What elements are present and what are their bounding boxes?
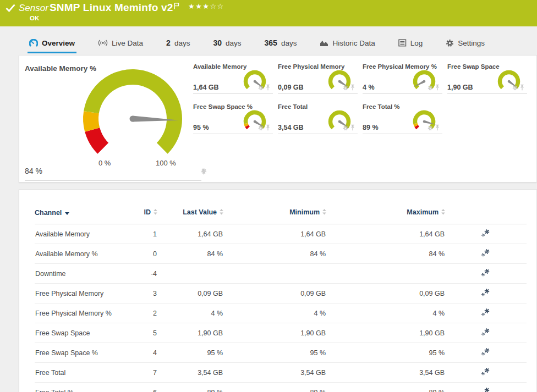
small-gauge-cell: Free Physical Memory %4 % [363, 63, 442, 94]
tab-label: Overview [42, 39, 75, 47]
channel-name[interactable]: Available Memory [35, 224, 123, 244]
gear-icon[interactable] [428, 123, 433, 133]
gauge-scale-min: 0 % [98, 159, 111, 167]
channel-settings-icon[interactable] [481, 308, 491, 318]
flag-icon[interactable] [174, 2, 179, 12]
pin-icon[interactable] [435, 123, 440, 133]
channel-row[interactable]: Free Physical Memory %24 %4 %4 % [35, 303, 527, 323]
main-gauge [50, 56, 215, 165]
gauge-value: 1,90 GB [447, 84, 473, 91]
channel-name[interactable]: Free Total [35, 363, 123, 383]
signal-icon [98, 39, 108, 47]
channel-maximum: 3,54 GB [326, 363, 445, 383]
pin-icon[interactable] [435, 83, 440, 93]
gauge-value: 4 % [363, 84, 375, 91]
tab-live-data[interactable]: Live Data [96, 34, 145, 53]
channel-minimum [223, 264, 326, 284]
gauge-label: Free Total [278, 103, 308, 110]
tab-log[interactable]: Log [397, 34, 425, 53]
channel-last-value: 4 % [157, 303, 223, 323]
tab-30-days[interactable]: 30days [211, 34, 243, 53]
channel-settings-icon[interactable] [481, 328, 491, 338]
gauge-label: Available Memory [193, 63, 246, 70]
tab-settings[interactable]: Settings [444, 34, 486, 53]
tab-label: Settings [458, 39, 485, 47]
small-gauge-cell: Free Physical Memory0,09 GB [278, 63, 358, 94]
channel-name[interactable]: Free Swap Space % [35, 343, 123, 363]
tab-number: 2 [166, 38, 171, 47]
channel-name[interactable]: Free Swap Space [35, 323, 123, 343]
channel-maximum: 95 % [326, 343, 445, 363]
small-gauge-cell: Available Memory1,64 GB [193, 63, 273, 94]
gear-icon[interactable] [512, 83, 518, 93]
channels-table: Channel ID Last Value Minimum Maximum Av… [35, 208, 527, 392]
pin-icon[interactable] [350, 123, 355, 133]
channel-row[interactable]: Free Swap Space %495 %95 %95 % [35, 343, 527, 363]
priority-stars[interactable]: ★★★☆☆ [188, 2, 224, 10]
channel-name[interactable]: Downtime [35, 264, 123, 284]
sort-icon [441, 209, 445, 217]
pin-icon[interactable] [350, 83, 355, 93]
gear-icon[interactable] [258, 123, 264, 133]
pin-icon[interactable] [265, 83, 271, 93]
tab-2-days[interactable]: 2days [165, 34, 191, 53]
channel-name[interactable]: Free Total % [35, 383, 123, 392]
gear-icon[interactable] [258, 83, 264, 93]
channel-settings-icon[interactable] [481, 387, 491, 392]
channel-row[interactable]: Free Total73,54 GB3,54 GB3,54 GB [35, 363, 527, 383]
column-last-value[interactable]: Last Value [157, 208, 223, 224]
channel-row[interactable]: Available Memory11,64 GB1,64 GB1,64 GB [35, 224, 527, 244]
sort-icon [154, 209, 157, 217]
channel-name[interactable]: Free Physical Memory [35, 284, 123, 303]
channel-id: 0 [123, 244, 157, 264]
gear-icon[interactable] [343, 123, 348, 133]
channel-settings-icon[interactable] [481, 367, 491, 378]
channels-panel: Channel ID Last Value Minimum Maximum Av… [19, 189, 537, 392]
channel-id: 2 [123, 303, 157, 323]
gauge-label: Free Total % [363, 103, 400, 110]
pin-icon[interactable] [265, 123, 271, 133]
channel-settings-icon[interactable] [481, 229, 491, 239]
channel-minimum: 89 % [223, 383, 326, 392]
channel-row[interactable]: Free Physical Memory30,09 GB0,09 GB0,09 … [35, 284, 527, 303]
gear-icon[interactable] [428, 83, 433, 93]
column-minimum[interactable]: Minimum [223, 208, 326, 224]
sensor-header: Sensor SNMP Linux Meminfo v2 ★★★☆☆ OK [0, 0, 537, 26]
channel-settings-icon[interactable] [481, 249, 491, 259]
small-gauge-cell: Free Total %89 % [363, 103, 442, 134]
channel-minimum: 1,64 GB [223, 224, 326, 244]
main-gauge-cell: Available Memory % 0 % 100 % 84 % [25, 56, 201, 181]
channel-maximum: 84 % [326, 244, 445, 264]
channel-maximum: 1,64 GB [326, 224, 445, 244]
channel-row[interactable]: Free Total %689 %89 %89 % [35, 383, 527, 392]
channel-settings-icon[interactable] [481, 268, 491, 279]
area-chart-icon [320, 39, 328, 47]
tab-label: days [174, 39, 190, 47]
channel-row[interactable]: Available Memory %084 %84 %84 % [35, 244, 527, 264]
sensor-kind-label: Sensor [19, 3, 48, 14]
channel-settings-icon[interactable] [481, 288, 491, 299]
tab-label: days [281, 39, 297, 47]
sort-icon [220, 209, 223, 217]
channel-name[interactable]: Available Memory % [35, 244, 123, 264]
pin-icon[interactable] [519, 83, 525, 93]
gear-icon[interactable] [343, 83, 348, 93]
gauges-panel: Available Memory % 0 % 100 % 84 % Availa… [19, 55, 537, 183]
column-actions [445, 208, 527, 224]
channel-name[interactable]: Free Physical Memory % [35, 303, 123, 323]
channel-row[interactable]: Downtime-4 [35, 264, 527, 284]
small-gauge-cell: Free Total3,54 GB [278, 103, 358, 134]
column-maximum[interactable]: Maximum [326, 208, 445, 224]
tab-overview[interactable]: Overview [28, 34, 76, 53]
channel-settings-icon[interactable] [481, 347, 491, 358]
column-channel[interactable]: Channel [35, 208, 123, 224]
status-badge: OK [30, 15, 39, 21]
column-id[interactable]: ID [123, 208, 157, 224]
channel-row[interactable]: Free Swap Space51,90 GB1,90 GB1,90 GB [35, 323, 527, 343]
tab-365-days[interactable]: 365days [263, 34, 299, 53]
table-header-row: Channel ID Last Value Minimum Maximum [35, 208, 527, 224]
channel-id: 6 [123, 383, 157, 392]
tab-historic-data[interactable]: Historic Data [318, 34, 376, 53]
gauge-value: 95 % [193, 124, 209, 131]
channel-last-value [157, 264, 223, 284]
